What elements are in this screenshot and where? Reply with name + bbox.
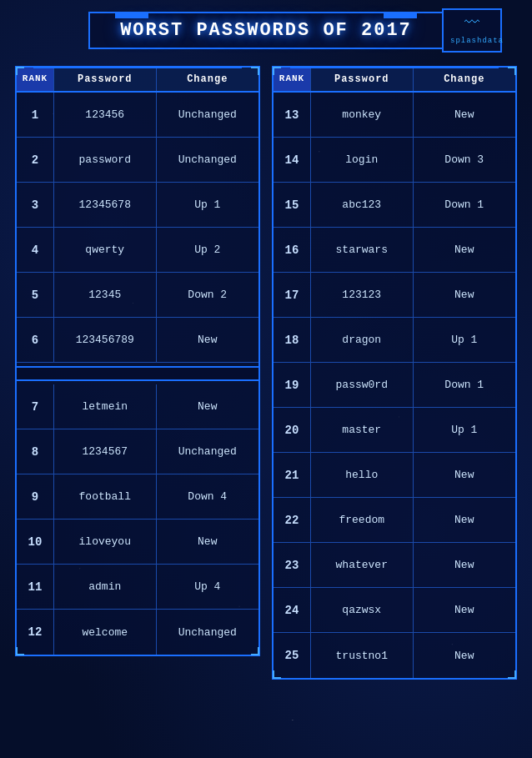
change-cell: New <box>157 520 259 564</box>
change-cell: New <box>414 93 516 137</box>
change-cell: New <box>157 318 259 362</box>
change-cell: Down 4 <box>157 474 259 519</box>
table-row: 4 qwerty Up 2 <box>17 228 258 273</box>
pw-cell: trustno1 <box>311 633 414 678</box>
rank-cell: 5 <box>17 273 54 317</box>
rank-cell: 14 <box>274 138 311 182</box>
left-table: RANK Password Change 1 123456 Unchanged … <box>15 66 260 656</box>
change-cell: Up 1 <box>414 318 516 362</box>
pw-cell: abc123 <box>311 183 414 227</box>
right-change-header: Change <box>414 68 516 91</box>
logo-icon: 〰 <box>450 14 494 32</box>
table-row: 15 abc123 Down 1 <box>274 183 515 228</box>
rank-cell: 10 <box>17 520 54 564</box>
table-row: 14 login Down 3 <box>274 138 515 183</box>
rank-cell: 21 <box>274 453 311 497</box>
pw-cell: 123456 <box>54 93 157 137</box>
right-table: RANK Password Change 13 monkey New 14 lo… <box>272 66 517 680</box>
rank-cell: 1 <box>17 93 54 137</box>
change-cell: New <box>157 384 259 429</box>
pw-cell: 1234567 <box>54 429 157 474</box>
change-cell: Down 3 <box>414 138 516 182</box>
change-cell: Unchanged <box>157 429 259 474</box>
pw-cell: login <box>311 138 414 182</box>
right-table-col: RANK Password Change 13 monkey New 14 lo… <box>272 66 517 680</box>
rank-cell: 17 <box>274 273 311 317</box>
change-cell: New <box>414 543 516 587</box>
page-title: WORST PASSWORDS OF 2017 <box>120 20 412 41</box>
table-row: 18 dragon Up 1 <box>274 318 515 363</box>
pw-cell: qwerty <box>54 228 157 272</box>
tables-container: RANK Password Change 1 123456 Unchanged … <box>15 66 517 680</box>
rank-cell: 4 <box>17 228 54 272</box>
table-row: 11 admin Up 4 <box>17 565 258 610</box>
table-row: 3 12345678 Up 1 <box>17 183 258 228</box>
change-cell: Up 1 <box>414 408 516 452</box>
pw-cell: letmein <box>54 384 157 429</box>
change-cell: New <box>414 498 516 542</box>
pw-cell: 12345 <box>54 273 157 317</box>
splashdata-logo: 〰 splashdata <box>442 8 502 53</box>
change-cell: Down 1 <box>414 363 516 407</box>
pw-cell: football <box>54 474 157 519</box>
table-row: 7 letmein New <box>17 384 258 429</box>
pw-cell: 123123 <box>311 273 414 317</box>
pw-cell: whatever <box>311 543 414 587</box>
rank-cell: 7 <box>17 384 54 429</box>
left-pw-header: Password <box>54 68 157 91</box>
header: WORST PASSWORDS OF 2017 〰 splashdata <box>15 0 517 58</box>
pw-cell: freedom <box>311 498 414 542</box>
table-row: 16 starwars New <box>274 228 515 273</box>
table-row: 17 123123 New <box>274 273 515 318</box>
pw-cell: welcome <box>54 610 157 655</box>
rank-cell: 15 <box>274 183 311 227</box>
pw-cell: password <box>54 138 157 182</box>
table-row: 10 iloveyou New <box>17 520 258 565</box>
rank-cell: 3 <box>17 183 54 227</box>
pw-cell: iloveyou <box>54 520 157 564</box>
pw-cell: 123456789 <box>54 318 157 362</box>
table-row: 25 trustno1 New <box>274 633 515 678</box>
pw-cell: hello <box>311 453 414 497</box>
pw-cell: starwars <box>311 228 414 272</box>
right-table-header: RANK Password Change <box>274 68 515 93</box>
pw-cell: passw0rd <box>311 363 414 407</box>
change-cell: New <box>414 588 516 632</box>
change-cell: Up 2 <box>157 228 259 272</box>
change-cell: New <box>414 273 516 317</box>
table-row: 21 hello New <box>274 453 515 498</box>
pw-cell: admin <box>54 565 157 609</box>
pw-cell: 12345678 <box>54 183 157 227</box>
rank-cell: 18 <box>274 318 311 362</box>
table-row: 22 freedom New <box>274 498 515 543</box>
rank-cell: 9 <box>17 474 54 519</box>
left-change-header: Change <box>157 68 259 91</box>
table-row: 20 master Up 1 <box>274 408 515 453</box>
table-row: 9 football Down 4 <box>17 474 258 520</box>
table-row: 6 123456789 New <box>17 318 258 363</box>
change-cell: Unchanged <box>157 93 259 137</box>
table-row: 13 monkey New <box>274 93 515 138</box>
rank-cell: 2 <box>17 138 54 182</box>
table-row: 1 123456 Unchanged <box>17 93 258 138</box>
page-wrapper: WORST PASSWORDS OF 2017 〰 splashdata RAN… <box>0 0 532 696</box>
change-cell: Up 4 <box>157 565 259 609</box>
rank-cell: 16 <box>274 228 311 272</box>
table-row: 5 12345 Down 2 <box>17 273 258 318</box>
pw-cell: master <box>311 408 414 452</box>
pw-cell: qazwsx <box>311 588 414 632</box>
change-cell: Down 1 <box>414 183 516 227</box>
rank-cell: 24 <box>274 588 311 632</box>
table-row: 23 whatever New <box>274 543 515 588</box>
rank-cell: 13 <box>274 93 311 137</box>
change-cell: Up 1 <box>157 183 259 227</box>
rank-cell: 23 <box>274 543 311 587</box>
pw-cell: dragon <box>311 318 414 362</box>
rank-cell: 8 <box>17 429 54 474</box>
header-box: WORST PASSWORDS OF 2017 <box>88 12 444 49</box>
left-table-col: RANK Password Change 1 123456 Unchanged … <box>15 66 260 680</box>
change-cell: New <box>414 228 516 272</box>
logo-text: splashdata <box>450 37 504 45</box>
rank-cell: 22 <box>274 498 311 542</box>
change-cell: Unchanged <box>157 610 259 655</box>
